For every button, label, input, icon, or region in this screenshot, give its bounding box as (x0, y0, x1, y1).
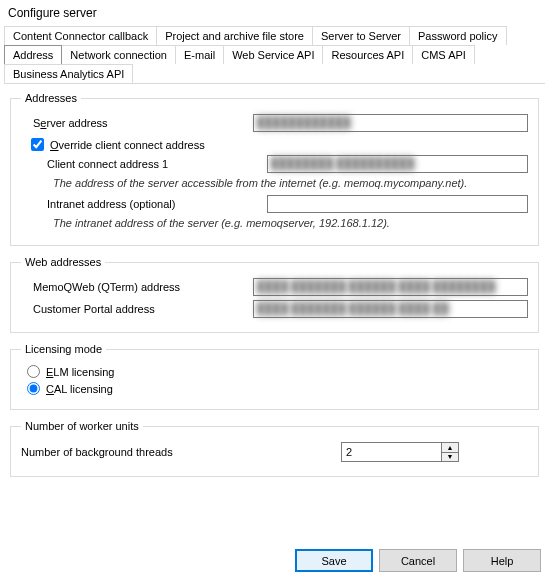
background-threads-stepper[interactable]: ▲ ▼ (341, 442, 459, 462)
tab-network-connection[interactable]: Network connection (61, 45, 176, 64)
memoqweb-address-input[interactable]: ████ ███████ ██████ ████ ████████ (253, 278, 528, 296)
tab-address[interactable]: Address (4, 45, 62, 64)
background-threads-label: Number of background threads (21, 446, 341, 458)
tab-resources-api[interactable]: Resources API (322, 45, 413, 64)
dialog-footer: Save Cancel Help (295, 549, 541, 572)
tab-server-to-server[interactable]: Server to Server (312, 26, 410, 45)
group-licensing-mode: Licensing mode ELM licensing CAL licensi… (10, 343, 539, 410)
group-addresses-legend: Addresses (21, 92, 81, 104)
background-threads-input[interactable] (341, 442, 441, 462)
server-address-input[interactable]: ████████████ (253, 114, 528, 132)
customer-portal-address-input[interactable]: ████ ███████ ██████ ████ ██ (253, 300, 528, 318)
group-web-addresses: Web addresses MemoQWeb (QTerm) address █… (10, 256, 539, 333)
tab-panel-address: Addresses Server address ████████████ Ov… (4, 83, 545, 493)
override-client-connect-checkbox[interactable]: Override client connect address (31, 138, 528, 151)
cal-licensing-radio[interactable]: CAL licensing (27, 382, 528, 395)
elm-licensing-radio-input[interactable] (27, 365, 40, 378)
group-worker-units-legend: Number of worker units (21, 420, 143, 432)
customer-portal-address-label: Customer Portal address (21, 303, 253, 315)
group-worker-units: Number of worker units Number of backgro… (10, 420, 539, 477)
tab-content-connector-callback[interactable]: Content Connector callback (4, 26, 157, 45)
spin-down-icon[interactable]: ▼ (442, 453, 458, 462)
tab-strip: Content Connector callback Project and a… (0, 24, 549, 83)
server-address-label: Server address (21, 117, 253, 129)
spin-up-icon[interactable]: ▲ (442, 443, 458, 453)
tab-project-archive-file-store[interactable]: Project and archive file store (156, 26, 313, 45)
cancel-button[interactable]: Cancel (379, 549, 457, 572)
group-web-addresses-legend: Web addresses (21, 256, 105, 268)
tab-web-service-api[interactable]: Web Service API (223, 45, 323, 64)
window-title: Configure server (0, 0, 549, 24)
tab-business-analytics-api[interactable]: Business Analytics API (4, 64, 133, 83)
group-addresses: Addresses Server address ████████████ Ov… (10, 92, 539, 246)
save-button[interactable]: Save (295, 549, 373, 572)
memoqweb-address-label: MemoQWeb (QTerm) address (21, 281, 253, 293)
tab-password-policy[interactable]: Password policy (409, 26, 506, 45)
group-licensing-mode-legend: Licensing mode (21, 343, 106, 355)
intranet-address-label: Intranet address (optional) (21, 198, 267, 210)
elm-licensing-radio[interactable]: ELM licensing (27, 365, 528, 378)
intranet-address-input[interactable] (267, 195, 528, 213)
client-connect-hint: The address of the server accessible fro… (53, 177, 528, 189)
cal-licensing-label: CAL licensing (46, 383, 113, 395)
cal-licensing-radio-input[interactable] (27, 382, 40, 395)
help-button[interactable]: Help (463, 549, 541, 572)
override-client-connect-checkbox-input[interactable] (31, 138, 44, 151)
client-connect-address-input[interactable]: ████████ ██████████ (267, 155, 528, 173)
override-client-connect-label: Override client connect address (50, 139, 205, 151)
elm-licensing-label: ELM licensing (46, 366, 114, 378)
client-connect-address-label: Client connect address 1 (21, 158, 267, 170)
intranet-hint: The intranet address of the server (e.g.… (53, 217, 528, 229)
tab-cms-api[interactable]: CMS API (412, 45, 475, 64)
tab-email[interactable]: E-mail (175, 45, 224, 64)
